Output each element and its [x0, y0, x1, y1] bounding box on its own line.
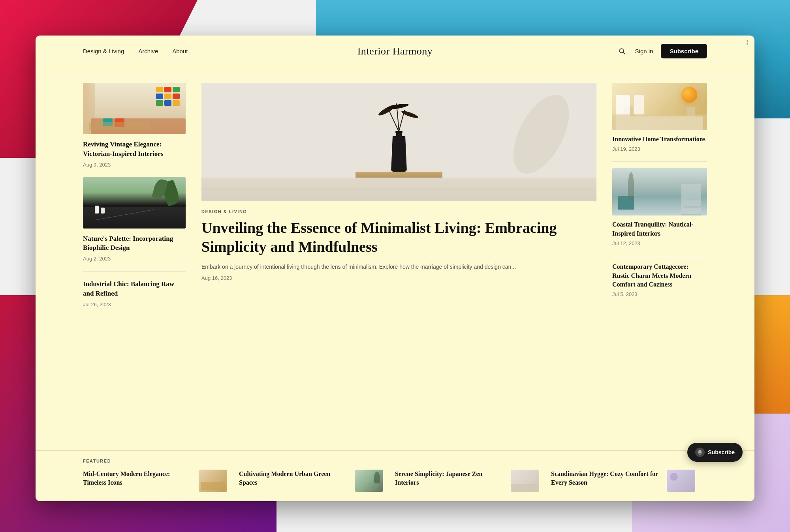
list-item: Innovative Home Transformations Jul 19, …	[612, 83, 707, 160]
article-thumbnail	[511, 470, 539, 492]
subscribe-float-label: Subscribe	[708, 449, 735, 455]
chair	[687, 107, 695, 116]
site-header: Design & Living Archive About Interior H…	[36, 36, 754, 67]
window-chrome	[747, 40, 748, 45]
nav-about[interactable]: About	[172, 48, 188, 54]
site-title: Interior Harmony	[357, 45, 433, 57]
article-date: Jul 5, 2023	[612, 291, 707, 297]
article-thumbnail	[612, 83, 707, 130]
bottom-section: FEATURED Mid-Century Modern Elegance: Ti…	[36, 450, 754, 501]
search-icon	[619, 48, 626, 55]
article-title: Coastal Tranquility: Nautical-Inspired I…	[612, 220, 707, 238]
list-item: Industrial Chic: Balancing Raw and Refin…	[83, 271, 186, 315]
right-column: Innovative Home Transformations Jul 19, …	[612, 83, 707, 485]
nav-left: Design & Living Archive About	[83, 48, 188, 54]
list-item: Contemporary Cottagecore: Rustic Charm M…	[612, 262, 707, 305]
article-date: Jul 26, 2023	[83, 302, 186, 307]
list-item: Coastal Tranquility: Nautical-Inspired I…	[612, 168, 707, 254]
article-thumbnail	[667, 470, 695, 492]
article-title: Nature's Palette: Incorporating Biophili…	[83, 234, 186, 253]
featured-excerpt: Embark on a journey of intentional livin…	[201, 262, 596, 271]
dining-table	[616, 116, 703, 130]
nav-right: Sign in Subscribe	[617, 44, 707, 58]
thumb-midcentury-inner	[199, 470, 227, 492]
left-column: Reviving Vintage Elegance: Victorian-Ins…	[83, 83, 186, 485]
article-thumbnail	[83, 177, 186, 229]
nav-archive[interactable]: Archive	[138, 48, 158, 54]
bottom-item-text: Serene Simplicity: Japanese Zen Interior…	[395, 470, 504, 487]
article-thumbnail	[199, 470, 227, 492]
article-title: Serene Simplicity: Japanese Zen Interior…	[395, 470, 504, 487]
article-title: Reviving Vintage Elegance: Victorian-Ins…	[83, 140, 186, 159]
list-item: Reviving Vintage Elegance: Victorian-Ins…	[83, 83, 186, 177]
subscribe-float-button[interactable]: Subscribe	[687, 443, 743, 462]
featured-date: Aug 16, 2023	[201, 275, 596, 281]
featured-title: Unveiling the Essence of Minimalist Livi…	[201, 219, 596, 256]
window-dot-2	[747, 43, 748, 45]
subscribe-button[interactable]: Subscribe	[661, 44, 707, 58]
main-content: Reviving Vintage Elegance: Victorian-Ins…	[36, 67, 754, 501]
divider	[612, 161, 707, 162]
bottom-grid: Mid-Century Modern Elegance: Timeless Ic…	[83, 470, 707, 492]
svg-line-1	[623, 52, 625, 54]
window-dot-1	[747, 40, 748, 42]
center-column: DESIGN & LIVING Unveiling the Essence of…	[201, 83, 596, 485]
article-thumbnail	[612, 168, 707, 215]
article-date: Jul 12, 2023	[612, 240, 707, 246]
list-item: Mid-Century Modern Elegance: Timeless Ic…	[83, 470, 239, 492]
article-date: Aug 2, 2023	[83, 256, 186, 262]
article-title: Mid-Century Modern Elegance: Timeless Ic…	[83, 470, 192, 487]
bottom-item-text: Scandinavian Hygge: Cozy Comfort for Eve…	[551, 470, 660, 487]
article-thumbnail	[83, 83, 186, 134]
featured-image	[201, 83, 596, 201]
article-category: DESIGN & LIVING	[201, 209, 596, 214]
bottom-item-text: Mid-Century Modern Elegance: Timeless Ic…	[83, 470, 192, 487]
wall-art	[156, 87, 180, 106]
bell-icon	[697, 450, 703, 455]
article-thumbnail	[355, 470, 383, 492]
search-button[interactable]	[617, 46, 627, 56]
list-item: Cultivating Modern Urban Green Spaces	[239, 470, 395, 492]
divider	[612, 256, 707, 256]
article-title: Scandinavian Hygge: Cozy Comfort for Eve…	[551, 470, 660, 487]
list-item: Scandinavian Hygge: Cozy Comfort for Eve…	[551, 470, 707, 492]
article-title: Contemporary Cottagecore: Rustic Charm M…	[612, 262, 707, 289]
bottom-item-text: Cultivating Modern Urban Green Spaces	[239, 470, 348, 487]
subscribe-float-icon	[695, 448, 705, 457]
list-item: Nature's Palette: Incorporating Biophili…	[83, 177, 186, 272]
sign-in-link[interactable]: Sign in	[635, 48, 653, 54]
featured-label: FEATURED	[83, 459, 707, 463]
list-item: Serene Simplicity: Japanese Zen Interior…	[395, 470, 551, 492]
browser-window: Design & Living Archive About Interior H…	[36, 36, 754, 501]
article-date: Aug 9, 2023	[83, 162, 186, 168]
svg-point-0	[619, 49, 623, 52]
featured-image-inner	[201, 83, 596, 201]
article-title: Innovative Home Transformations	[612, 135, 707, 144]
article-title: Industrial Chic: Balancing Raw and Refin…	[83, 279, 186, 298]
nav-design-living[interactable]: Design & Living	[83, 48, 124, 54]
article-title: Cultivating Modern Urban Green Spaces	[239, 470, 348, 487]
article-date: Jul 19, 2023	[612, 146, 707, 152]
